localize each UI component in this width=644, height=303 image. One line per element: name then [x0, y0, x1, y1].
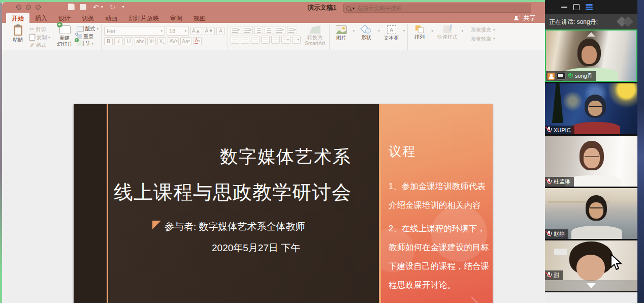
align-left-button[interactable] — [231, 36, 239, 44]
superscript-button[interactable]: X² — [147, 37, 156, 45]
video-tile[interactable]: XUPIC — [545, 83, 637, 134]
window-zoom-button[interactable] — [36, 5, 41, 10]
minimize-icon[interactable] — [561, 7, 567, 8]
section-dropdown-icon[interactable]: ▾ — [92, 42, 94, 46]
tab-view[interactable]: 视图 — [188, 13, 211, 23]
font-color-button[interactable]: A▾ — [193, 37, 202, 45]
change-case-button[interactable]: Aa▾ — [180, 37, 191, 45]
quick-styles-icon — [443, 25, 452, 33]
font-name-select[interactable]: Hei▾ — [104, 26, 165, 36]
new-slide-button[interactable]: 新建幻灯片 — [56, 25, 74, 47]
bullet-list-button[interactable]: ▾ — [231, 26, 241, 34]
search-icon — [346, 6, 351, 11]
slide[interactable]: 数字媒体艺术系 线上课程与思政教学研讨会 参与者: 数字媒体艺术系全体教师 20… — [74, 104, 493, 303]
arrange-button[interactable]: 排列 — [410, 25, 429, 41]
avatar-icon — [548, 73, 555, 80]
text-direction-button[interactable]: ▾ — [281, 36, 291, 44]
mic-muted-icon — [546, 231, 552, 237]
layout-button[interactable]: 版式▾ — [77, 26, 99, 32]
paste-button[interactable]: 粘贴 — [9, 25, 27, 43]
line-spacing-button[interactable]: ▾ — [275, 26, 285, 34]
gallery-view-icon[interactable] — [586, 4, 593, 10]
new-document-icon[interactable] — [68, 4, 74, 10]
video-tile[interactable]: 杜孟琳 — [545, 136, 637, 187]
format-painter-icon — [29, 43, 35, 48]
video-tile[interactable]: song丹 — [545, 29, 637, 82]
tab-insert[interactable]: 插入 — [29, 13, 53, 23]
tab-transitions[interactable]: 切换 — [76, 13, 100, 23]
align-text-button[interactable]: ▾ — [292, 36, 301, 44]
section-button[interactable]: 节▾ — [77, 41, 99, 47]
speaking-label: 正在讲话: song丹; — [549, 18, 598, 26]
distribute-icon — [273, 38, 278, 42]
picture-button[interactable]: 图片 — [332, 25, 350, 42]
clear-formatting-button[interactable]: A — [216, 27, 225, 35]
shape-outline-button[interactable]: 形状轮廓▾ — [469, 36, 495, 42]
undo-dropdown-icon[interactable]: ▾ — [101, 5, 103, 9]
search-box[interactable]: ▾ — [343, 4, 531, 13]
window-minimize-button[interactable] — [26, 5, 31, 10]
text-box-button[interactable]: A 文本框 — [382, 25, 401, 42]
font-size-select[interactable]: 18▾ — [167, 26, 189, 36]
format-painter-button[interactable]: 格式 — [29, 42, 50, 48]
italic-button[interactable]: I — [114, 37, 123, 45]
maximize-icon[interactable] — [573, 4, 579, 10]
tab-slideshow[interactable]: 幻灯片放映 — [123, 13, 165, 23]
video-tile[interactable]: 赵静 — [545, 188, 637, 239]
redo-icon[interactable]: ↻ — [110, 4, 116, 10]
character-spacing-button[interactable]: AV▾ — [168, 37, 179, 45]
numbered-list-button[interactable]: ▾ — [243, 26, 253, 34]
scroll-down-bar[interactable] — [545, 280, 637, 291]
shape-fill-dropdown-icon[interactable]: ▾ — [493, 28, 495, 32]
distribute-button[interactable] — [271, 36, 280, 44]
tab-review[interactable]: 审阅 — [165, 13, 188, 23]
justify-button[interactable] — [261, 36, 270, 44]
picture-dropdown-icon[interactable]: ▾ — [353, 29, 355, 33]
shape-outline-dropdown-icon[interactable]: ▾ — [493, 37, 495, 41]
toolbar-more-icon[interactable]: ▾ — [122, 5, 124, 9]
subscript-button[interactable]: X₂ — [157, 37, 166, 45]
shrink-font-button[interactable]: A▼ — [204, 27, 215, 35]
text-box-icon: A — [387, 25, 396, 34]
shape-fill-button[interactable]: 形状填充▾ — [469, 27, 495, 33]
picture-icon — [336, 25, 347, 34]
quick-styles-button[interactable]: 快速样式 — [436, 25, 459, 41]
columns-button[interactable]: ▾ — [287, 26, 298, 34]
layout-dropdown-icon[interactable]: ▾ — [97, 27, 99, 31]
strikethrough-button[interactable]: abc — [135, 37, 146, 45]
tab-design[interactable]: 设计 — [53, 13, 76, 23]
align-right-button[interactable] — [251, 36, 260, 44]
grow-font-button[interactable]: A▲ — [190, 27, 202, 35]
convert-smartart-button[interactable]: 转换为SmartArt — [303, 25, 326, 47]
font-group: Hei▾ 18▾ A▲ A▼ A B I U abc X² X₂ AV▾ Aa▾… — [102, 24, 228, 51]
align-center-button[interactable] — [241, 36, 249, 44]
share-button[interactable]: + 共享 — [514, 14, 535, 22]
bold-button[interactable]: B — [104, 37, 113, 45]
window-close-button[interactable] — [16, 5, 21, 10]
participant-name: 赵静 — [554, 230, 565, 238]
collapse-up-icon[interactable] — [587, 32, 595, 37]
undo-icon[interactable]: ↶ — [93, 4, 99, 10]
mic-muted-icon — [546, 272, 552, 279]
arrange-dropdown-icon[interactable]: ▾ — [431, 29, 433, 33]
indent-increase-button[interactable] — [265, 26, 273, 34]
cut-button[interactable]: ✂剪切 — [29, 26, 50, 33]
align-center-icon — [242, 38, 248, 42]
quick-access-toolbar: ↶▾ ↻ ▾ — [68, 4, 124, 10]
search-input[interactable] — [356, 5, 528, 12]
search-scope-dropdown-icon[interactable]: ▾ — [352, 6, 355, 11]
tab-home[interactable]: 开始 — [6, 13, 29, 23]
copy-button[interactable]: 复制▾ — [29, 34, 50, 41]
quick-styles-dropdown-icon[interactable]: ▾ — [462, 29, 464, 33]
tab-animations[interactable]: 动画 — [100, 13, 123, 23]
video-tile[interactable]: 甜 — [545, 240, 637, 291]
save-icon[interactable] — [80, 4, 86, 10]
reset-button[interactable]: 重置 — [77, 34, 99, 40]
underline-button[interactable]: U — [124, 37, 133, 45]
indent-decrease-button[interactable] — [254, 26, 263, 34]
copy-dropdown-icon[interactable]: ▾ — [48, 36, 50, 40]
text-box-dropdown-icon[interactable]: ▾ — [403, 29, 405, 33]
shapes-button[interactable]: 形状 — [357, 25, 375, 41]
shapes-dropdown-icon[interactable]: ▾ — [378, 29, 380, 33]
arrange-icon — [415, 25, 424, 33]
